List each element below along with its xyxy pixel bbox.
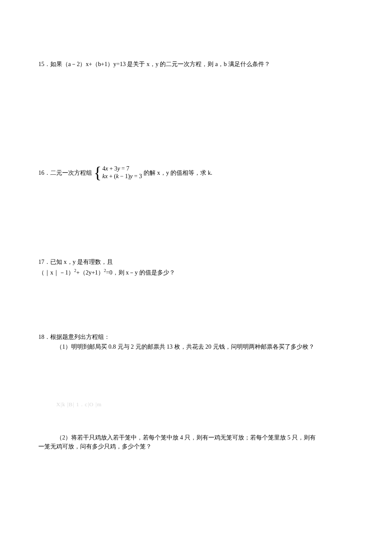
q18-sub2-line1: （2）将若干只鸡放入若干笼中，若每个笼中放 4 只，则有一鸡无笼可放；若每个笼里… <box>38 433 354 442</box>
question-15: 15．如果（a－2）x+（b+1）y=13 是关于 x，y 的二元一次方程，则 … <box>38 60 354 69</box>
q16-prefix: 16．二元一次方程组 <box>38 168 92 177</box>
watermark-text: X|k |B| 1 . c|O |m <box>38 400 354 409</box>
q18-sub2-line2: 一笼无鸡可放，问有多少只鸡，多少个笼？ <box>38 442 354 451</box>
q16-suffix: 的解 x，y 的值相等，求 k. <box>144 168 212 177</box>
question-16: 16．二元一次方程组 { 4x + 3y = 7 kx + (k − 1)y =… <box>38 165 354 181</box>
question-17: 17．已知 x，y 是有理数，且 （｜x｜－1）2+（2y+1）2=0，则 x－… <box>38 257 354 277</box>
equation-1: 4x + 3y = 7 <box>102 165 142 173</box>
q18-sub1: （1）明明到邮局买 0.8 元与 2 元的邮票共 13 枚，共花去 20 元钱，… <box>38 342 354 351</box>
q18-title: 18．根据题意列出方程组： <box>38 332 354 341</box>
q17-line2: （｜x｜－1）2+（2y+1）2=0，则 x－y 的值是多少？ <box>38 267 354 277</box>
equation-2: kx + (k − 1)y = 3 <box>102 173 142 180</box>
equations-container: 4x + 3y = 7 kx + (k − 1)y = 3 <box>102 165 142 180</box>
equation-system: { 4x + 3y = 7 kx + (k − 1)y = 3 <box>94 165 142 181</box>
q17-line1: 17．已知 x，y 是有理数，且 <box>38 257 354 266</box>
q15-text: 15．如果（a－2）x+（b+1）y=13 是关于 x，y 的二元一次方程，则 … <box>38 61 270 67</box>
left-brace-icon: { <box>94 165 101 181</box>
question-18: 18．根据题意列出方程组： （1）明明到邮局买 0.8 元与 2 元的邮票共 1… <box>38 332 354 451</box>
